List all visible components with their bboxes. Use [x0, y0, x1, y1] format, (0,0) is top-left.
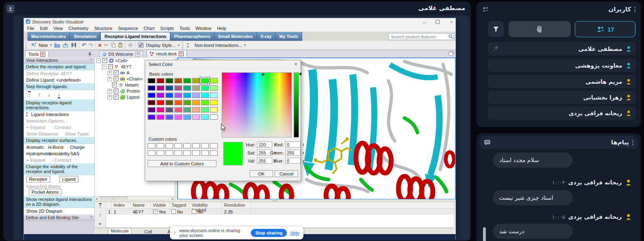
basic-color-swatch[interactable]: [192, 100, 200, 105]
go-up-icon[interactable]: ↑: [99, 212, 102, 218]
stop-sharing-button[interactable]: Stop sharing: [251, 229, 287, 237]
new-icon[interactable]: [31, 42, 36, 48]
close-button[interactable]: ×: [449, 19, 454, 24]
user-row[interactable]: زهرا بخشیانی: [488, 91, 636, 104]
maximize-button[interactable]: [436, 20, 440, 24]
undo-icon[interactable]: ↶: [82, 42, 86, 48]
value-slider[interactable]: [294, 72, 299, 137]
basic-color-swatch[interactable]: [201, 114, 209, 120]
ok-button[interactable]: OK: [250, 170, 273, 177]
filter-button[interactable]: [488, 21, 504, 37]
basic-color-swatch[interactable]: [157, 107, 164, 112]
chat-message-bubble[interactable]: درست شد: [493, 224, 573, 239]
go-last-icon[interactable]: »: [98, 223, 102, 225]
kebab-menu-icon[interactable]: [632, 140, 633, 145]
close-tab-icon[interactable]: ×: [179, 51, 184, 56]
nonbond-caret[interactable]: ▾: [244, 43, 246, 47]
ribbon-tab-xray[interactable]: X-ray: [257, 32, 276, 41]
ribbon-tab-macromolecules[interactable]: Macromolecules: [28, 32, 70, 41]
basic-color-swatch[interactable]: [157, 93, 164, 98]
contract-link[interactable]: - Contract: [52, 158, 71, 163]
col-tagged[interactable]: Tagged: [169, 202, 190, 208]
basic-color-swatch[interactable]: [183, 78, 191, 83]
chat-message-bubble[interactable]: سلام مجدد استاد: [493, 152, 573, 168]
copy-icon[interactable]: [111, 42, 116, 48]
custom-color-swatch[interactable]: [174, 150, 182, 156]
custom-color-swatch[interactable]: [192, 143, 200, 148]
basic-color-swatch[interactable]: [157, 100, 164, 105]
basic-color-swatch[interactable]: [148, 107, 155, 112]
custom-color-swatch[interactable]: [157, 143, 164, 148]
help-icon[interactable]: ?: [90, 215, 92, 220]
menu-view[interactable]: View: [53, 26, 63, 31]
new-button[interactable]: New: [39, 43, 48, 48]
custom-color-swatch[interactable]: [148, 143, 155, 148]
basic-color-swatch[interactable]: [210, 107, 218, 112]
picker-crosshair-icon[interactable]: +: [261, 70, 265, 78]
expand-icon[interactable]: +: [108, 95, 112, 99]
tools-tab[interactable]: Tools ×: [25, 51, 49, 57]
basic-color-swatch[interactable]: [174, 107, 182, 112]
menu-help[interactable]: Help: [217, 26, 226, 31]
first-ligand-button[interactable]: ↑: [28, 91, 31, 98]
open-folder-icon[interactable]: [54, 43, 60, 48]
basic-color-swatch[interactable]: [157, 78, 164, 83]
locked-checkbox[interactable]: [192, 209, 196, 214]
custom-color-swatch[interactable]: [157, 150, 164, 156]
custom-color-swatch[interactable]: [183, 143, 191, 148]
product-search-box[interactable]: Search product features: [388, 33, 454, 40]
next-ligand-button[interactable]: ↓: [48, 91, 51, 98]
expand-icon[interactable]: +: [108, 71, 112, 75]
hue-saturation-picker[interactable]: +: [222, 72, 292, 137]
custom-color-swatch[interactable]: [165, 143, 173, 148]
display-style-caret[interactable]: ▾: [178, 43, 180, 47]
basic-color-swatch[interactable]: [201, 107, 209, 112]
custom-color-swatch[interactable]: [192, 150, 200, 156]
basic-color-swatch[interactable]: [165, 93, 173, 98]
go-first-icon[interactable]: ↑: [99, 203, 102, 209]
binding-site-header[interactable]: Define and Edit Binding Site ?: [24, 214, 94, 221]
basic-color-swatch[interactable]: [201, 85, 209, 91]
col-name[interactable]: Name: [131, 202, 151, 208]
pin-panel-icon[interactable]: [88, 52, 92, 57]
basic-color-swatch[interactable]: [192, 93, 200, 98]
basic-color-swatch[interactable]: [174, 100, 182, 105]
float-window-icon[interactable]: [449, 52, 453, 56]
tagged-checkbox[interactable]: [172, 209, 176, 214]
green-spinner[interactable]: ▲▼: [302, 151, 304, 154]
basic-color-swatch[interactable]: [165, 114, 173, 120]
aromatic-link[interactable]: Aromatic: [26, 145, 48, 150]
basic-color-swatch[interactable]: [210, 100, 218, 105]
sas-link[interactable]: SAS: [70, 151, 92, 156]
save-icon[interactable]: [71, 42, 76, 48]
col-resolution[interactable]: Resolution: [222, 202, 251, 208]
basic-color-swatch[interactable]: [148, 114, 155, 120]
basic-color-swatch[interactable]: [183, 93, 191, 98]
minimize-button[interactable]: [423, 21, 426, 23]
delete-icon[interactable]: ×: [98, 42, 102, 48]
user-row[interactable]: ریحانه فراقی یزدی: [488, 106, 636, 120]
close-tab-icon[interactable]: ×: [135, 52, 140, 57]
close-tools-icon[interactable]: ×: [40, 52, 45, 57]
collapse-icon[interactable]: −: [102, 65, 106, 69]
ionizability-link[interactable]: Ionizability: [49, 151, 70, 156]
red-spinner[interactable]: ▲▼: [302, 143, 304, 146]
dialog-titlebar[interactable]: Select Color ×: [145, 60, 301, 68]
menu-tools[interactable]: Tools: [180, 26, 190, 31]
basic-color-swatch[interactable]: [192, 114, 200, 120]
basic-color-swatch[interactable]: [183, 85, 191, 91]
basic-color-swatch[interactable]: [165, 107, 173, 112]
custom-color-swatch[interactable]: [165, 150, 173, 156]
visibility-checkbox[interactable]: [114, 70, 119, 75]
ligand-interactions-link[interactable]: Ligand Interactions: [24, 111, 94, 118]
user-row[interactable]: مصطفی غلامی: [488, 42, 636, 55]
ribbon-tab-small-molecules[interactable]: Small Molecules: [214, 32, 257, 41]
drag-handle-icon[interactable]: ‖: [174, 230, 176, 235]
basic-color-swatch[interactable]: [165, 100, 173, 105]
basic-color-swatch[interactable]: [148, 100, 155, 105]
table-row[interactable]: 1 1 4EY7 ✓Yes No No 2.35: [106, 209, 454, 215]
ligand-button[interactable]: Ligand: [59, 176, 78, 182]
define-receptor-link[interactable]: Define Receptor: 4EY7: [24, 70, 94, 77]
visible-checkbox[interactable]: ✓: [153, 209, 157, 214]
green-input[interactable]: 255: [285, 150, 301, 156]
